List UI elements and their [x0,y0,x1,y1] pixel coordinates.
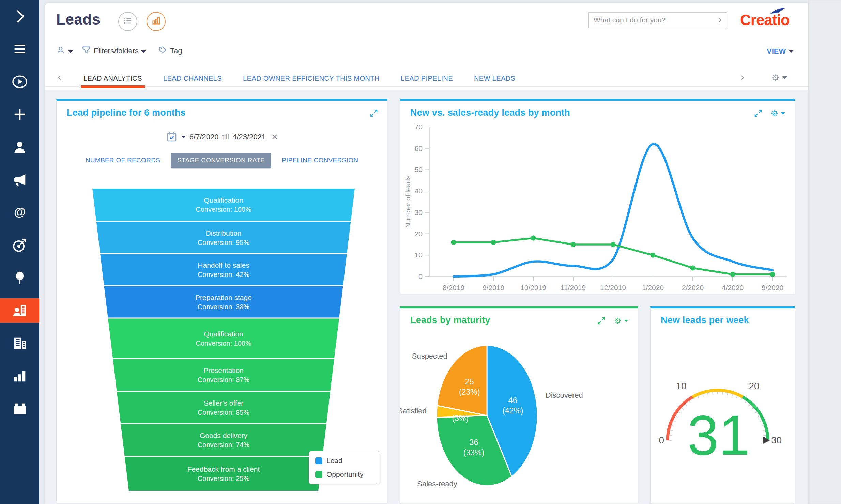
logo-arrow-icon [770,7,785,15]
sidebar-item-contacts[interactable] [0,131,39,163]
chevron-right-icon [12,9,28,24]
legend-item: Lead [315,457,374,465]
chart-bars-icon [12,368,28,384]
caret-down-icon [141,47,146,56]
tab-lead-analytics[interactable]: LEAD ANALYTICS [83,71,143,86]
sidebar-item-events[interactable] [0,262,39,294]
svg-text:0: 0 [418,272,423,280]
calendar-case-icon [12,401,28,416]
svg-text:Conversion: 85%: Conversion: 85% [198,409,250,416]
svg-text:Satisfied: Satisfied [400,407,427,415]
sidebar-item-calendar[interactable] [0,392,39,425]
tag-control[interactable]: Tag [157,45,182,57]
svg-text:60: 60 [415,144,423,152]
line-chart: 0102030405060708/20199/201910/201911/201… [400,101,795,294]
sidebar-item-campaigns[interactable] [0,163,39,196]
sidebar-item-menu[interactable] [0,33,39,65]
svg-text:25: 25 [465,377,474,386]
tab-lead-channels[interactable]: LEAD CHANNELS [163,71,223,86]
menu-icon [12,41,28,57]
funnel-panel: Lead pipeline for 6 months 6/7/2020 till… [56,99,387,503]
svg-text:9/2020: 9/2020 [762,284,783,292]
funnel-chart: QualificationConversion: 100%Distributio… [57,101,387,503]
svg-text:Conversion: 25%: Conversion: 25% [198,475,250,482]
svg-text:20: 20 [415,230,423,238]
svg-text:Conversion: 42%: Conversion: 42% [198,271,250,278]
target-icon [12,237,28,253]
tag-icon [157,45,168,57]
svg-text:(23%): (23%) [459,388,480,396]
view-dropdown[interactable]: VIEW [767,47,794,56]
tabs-scroll-left[interactable] [56,74,63,82]
left-sidebar: @ [0,0,39,504]
svg-text:11/2019: 11/2019 [561,284,586,292]
sidebar-item-marketing-plans[interactable] [0,229,39,262]
svg-text:Discovered: Discovered [546,391,583,399]
svg-text:1/2020: 1/2020 [642,284,664,292]
svg-text:Preparation stage: Preparation stage [195,294,252,301]
pie-chart: 46(42%)Discovered36(33%)Sales-ready3(3%)… [400,308,638,503]
svg-text:Conversion: 38%: Conversion: 38% [198,303,250,311]
svg-text:Goods delivery: Goods delivery [200,431,248,439]
svg-text:Distribution: Distribution [205,229,241,237]
caret-down-icon [782,76,787,79]
pie-chart-panel: Leads by maturity 46(42%)Discovered36(33… [400,306,638,503]
svg-text:Suspected: Suspected [412,352,447,360]
sidebar-item-leads[interactable] [0,298,39,323]
legend-label: Lead [326,457,342,465]
list-view-toggle[interactable] [118,12,137,31]
search-go-icon[interactable] [713,16,727,24]
tabs-settings[interactable] [771,73,787,82]
svg-text:20: 20 [749,381,760,391]
line-chart-panel: New vs. sales-ready leads by month 01020… [400,99,795,294]
tabs-scroll-right[interactable] [739,74,746,82]
svg-text:Qualification: Qualification [204,196,243,204]
legend-label: Opportunity [326,470,364,478]
person-icon [12,139,28,155]
legend-swatch [315,457,322,464]
sidebar-item-email-marketing[interactable]: @ [0,196,39,229]
analytics-view-toggle[interactable] [147,12,166,31]
svg-text:Conversion: 100%: Conversion: 100% [196,206,251,213]
accounts-icon [12,335,28,351]
top-notch [468,4,475,7]
tab-lead-owner-efficiency-this-month[interactable]: LEAD OWNER EFFICIENCY THIS MONTH [242,71,380,86]
sidebar-item-accounts[interactable] [0,327,39,360]
svg-text:2/2020: 2/2020 [682,284,704,292]
gauge-chart: 030102031 [651,308,795,503]
svg-text:(42%): (42%) [502,406,523,415]
svg-text:Conversion: 74%: Conversion: 74% [198,441,250,448]
communication-rail [808,0,841,504]
svg-text:40: 40 [415,187,423,195]
sidebar-item-expand[interactable] [0,0,39,33]
caret-down-icon [68,47,73,56]
svg-text:30: 30 [771,435,782,445]
legend-swatch [315,471,322,478]
plus-icon [12,107,28,122]
svg-text:Seller’s offer: Seller’s offer [204,399,244,407]
svg-text:4/2020: 4/2020 [722,284,744,292]
svg-text:(33%): (33%) [463,448,484,457]
svg-text:Conversion: 100%: Conversion: 100% [196,340,251,347]
filters-folders-control[interactable]: Filters/folders [81,45,146,57]
filter-icon [81,45,91,57]
search-input[interactable] [589,16,713,24]
sidebar-item-dashboards[interactable] [0,360,39,392]
sidebar-item-processes[interactable] [0,65,39,98]
legend-item: Opportunity [315,470,374,478]
svg-text:70: 70 [415,123,423,131]
svg-text:Number of leads: Number of leads [404,175,412,228]
filters-row: Filters/folders Tag [56,45,182,57]
svg-text:(3%): (3%) [452,414,469,423]
svg-text:10/2019: 10/2019 [520,284,546,292]
svg-text:Conversion: 87%: Conversion: 87% [198,376,250,383]
megaphone-icon [12,172,28,188]
svg-text:9/2019: 9/2019 [483,284,504,292]
tab-lead-pipeline[interactable]: LEAD PIPELINE [400,71,454,86]
tab-new-leads[interactable]: NEW LEADS [473,71,516,86]
svg-text:Presentation: Presentation [203,366,244,374]
sidebar-item-add-record[interactable] [0,98,39,131]
bar-chart-icon [151,16,161,27]
caret-down-icon [789,50,794,53]
owner-filter[interactable] [56,45,73,57]
